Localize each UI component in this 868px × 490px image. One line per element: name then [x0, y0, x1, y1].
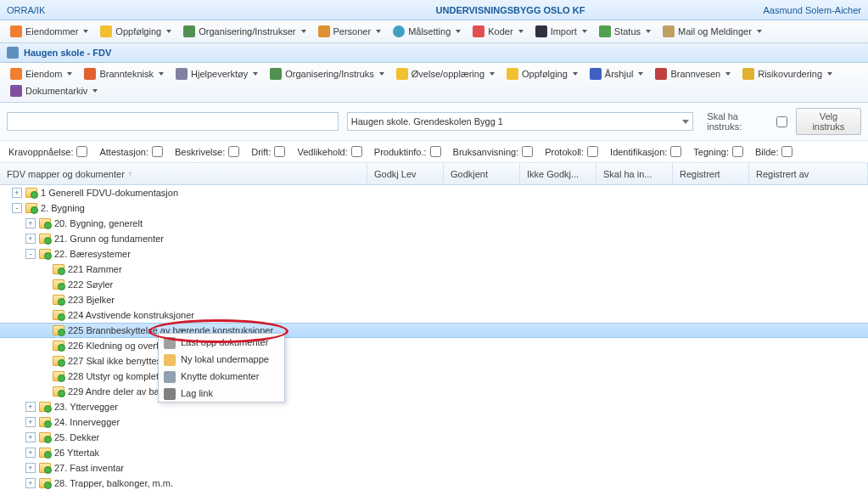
- search-input[interactable]: [7, 112, 339, 131]
- expander-icon[interactable]: +: [25, 432, 36, 442]
- col-registrert-av[interactable]: Registrert av: [749, 163, 868, 184]
- main-menu-item[interactable]: Mail og Meldinger: [658, 24, 767, 39]
- menu-icon: [318, 25, 330, 37]
- context-menu-item[interactable]: Last opp dokumenter: [159, 334, 284, 351]
- org-title: UNDERVISNINGSBYGG OSLO KF: [329, 5, 692, 15]
- tree-label: 224 Avstivende konstruksjoner: [68, 310, 194, 320]
- sub-menu-item[interactable]: Årshjul: [585, 66, 649, 82]
- expander-icon[interactable]: +: [25, 402, 36, 412]
- checkbox-filter-row: Kravoppnåelse: Attestasjon: Beskrivelse:…: [0, 141, 868, 163]
- filter-checkbox-label[interactable]: Beskrivelse:: [175, 146, 239, 157]
- filter-checkbox-label[interactable]: Identifikasjon:: [610, 146, 681, 157]
- col-ikke-godkj[interactable]: Ikke Godkj...: [520, 163, 596, 184]
- filter-checkbox[interactable]: [76, 146, 87, 157]
- tree-row[interactable]: +24. Innervegger: [0, 414, 868, 430]
- tree-row[interactable]: -22. Bæresystemer: [0, 246, 868, 262]
- velg-instruks-button[interactable]: Velg instruks: [796, 108, 861, 135]
- filter-checkbox-label[interactable]: Attestasjon:: [99, 146, 162, 157]
- context-menu-item[interactable]: Knytte dokumenter: [159, 368, 284, 385]
- main-menu-item[interactable]: Koder: [468, 24, 528, 39]
- filter-checkbox[interactable]: [228, 146, 239, 157]
- tree-row[interactable]: +21. Grunn og fundamenter: [0, 231, 868, 246]
- tree-row[interactable]: 222 Søyler: [0, 277, 868, 292]
- filter-checkbox-label[interactable]: Protokoll:: [545, 146, 598, 157]
- tree-row[interactable]: 228 Utstyr og kompleteringer: [0, 369, 868, 384]
- tree-row[interactable]: 226 Kledning og overflate: [0, 338, 868, 353]
- sub-menu-item[interactable]: Oppfølging: [501, 66, 583, 82]
- sub-menu-item[interactable]: Dokumentarkiv: [5, 83, 103, 99]
- filter-checkbox-label[interactable]: Vedlikehold:: [297, 146, 361, 157]
- col-name[interactable]: FDV mapper og dokumenter ↑: [0, 163, 367, 184]
- expander-icon[interactable]: +: [25, 218, 36, 228]
- menu-icon: [663, 25, 675, 37]
- tree-label: 26 Yttertak: [54, 448, 99, 458]
- main-menu-item[interactable]: Målsetting: [388, 24, 466, 39]
- tree-label: 222 Søyler: [68, 279, 113, 290]
- col-registrert[interactable]: Registrert: [673, 163, 749, 184]
- expander-icon[interactable]: -: [25, 249, 36, 259]
- expander-icon[interactable]: +: [12, 188, 22, 198]
- tree-row[interactable]: +28. Trapper, balkonger, m.m.: [0, 476, 868, 490]
- filter-checkbox[interactable]: [670, 146, 681, 157]
- menu-icon: [164, 388, 176, 400]
- tree-row[interactable]: +27. Fast inventar: [0, 460, 868, 476]
- tree-row[interactable]: 224 Avstivende konstruksjoner: [0, 307, 868, 323]
- filter-checkbox-label[interactable]: Bruksanvisning:: [453, 146, 534, 157]
- filter-checkbox-label[interactable]: Drift:: [251, 146, 285, 157]
- tree-row[interactable]: 227 Skal ikke benyttes: [0, 353, 868, 369]
- context-menu-item[interactable]: Ny lokal undermappe: [159, 351, 284, 368]
- menu-icon: [100, 25, 112, 37]
- filter-checkbox[interactable]: [522, 146, 533, 157]
- tree-row[interactable]: +20. Bygning, generelt: [0, 216, 868, 231]
- tree-row[interactable]: +23. Yttervegger: [0, 399, 868, 414]
- sub-menu-item[interactable]: Brannvesen: [650, 66, 736, 82]
- main-menu-item[interactable]: Import: [530, 24, 592, 39]
- sub-menu-item[interactable]: Eiendom: [5, 66, 77, 82]
- filter-checkbox-label[interactable]: Bilde:: [755, 146, 793, 157]
- menu-icon: [183, 25, 195, 37]
- col-skal-ha[interactable]: Skal ha in...: [596, 163, 673, 184]
- main-menu-item[interactable]: Status: [594, 24, 656, 39]
- filter-checkbox[interactable]: [152, 146, 163, 157]
- filter-checkbox[interactable]: [587, 146, 598, 157]
- sub-menu-item[interactable]: Øvelse/opplæring: [391, 66, 500, 82]
- main-menu-item[interactable]: Oppfølging: [95, 24, 176, 39]
- expander-icon[interactable]: +: [25, 234, 36, 244]
- sub-menu-item[interactable]: Risikovurdering: [737, 66, 837, 82]
- expander-icon[interactable]: +: [25, 417, 36, 427]
- main-menu-item[interactable]: Organisering/Instrukser: [178, 24, 311, 39]
- expander-icon[interactable]: -: [12, 203, 22, 213]
- filter-checkbox[interactable]: [274, 146, 285, 157]
- tree-row[interactable]: +26 Yttertak: [0, 445, 868, 460]
- tree-row[interactable]: 229 Andre deler av bæresystem: [0, 384, 868, 399]
- tree-row[interactable]: -2. Bygning: [0, 200, 868, 216]
- filter-checkbox[interactable]: [430, 146, 441, 157]
- context-menu-item[interactable]: Lag link: [159, 385, 284, 402]
- filter-checkbox[interactable]: [732, 146, 743, 157]
- filter-checkbox-label[interactable]: Produktinfo.:: [374, 146, 441, 157]
- tree-row[interactable]: 225 Brannbeskyttelse av bærende konstruk…: [0, 323, 868, 338]
- expander-icon[interactable]: +: [25, 448, 36, 458]
- folder-icon: [39, 402, 51, 412]
- col-godkjent[interactable]: Godkjent: [444, 163, 520, 184]
- filter-checkbox[interactable]: [781, 146, 792, 157]
- building-combo[interactable]: Haugen skole. Grendeskolen Bygg 1: [347, 112, 694, 131]
- tree-row[interactable]: +1 Generell FDVU-dokumentasjon: [0, 185, 868, 200]
- skal-ha-checkbox[interactable]: [776, 116, 787, 127]
- sub-menu-item[interactable]: Organisering/Instruks: [265, 66, 389, 82]
- folder-icon: [53, 371, 64, 381]
- tree-row[interactable]: 223 Bjelker: [0, 292, 868, 307]
- tree-row[interactable]: +25. Dekker: [0, 430, 868, 445]
- expander-icon[interactable]: +: [25, 478, 36, 488]
- filter-checkbox-label[interactable]: Kravoppnåelse:: [8, 146, 87, 157]
- tree-row[interactable]: 221 Rammer: [0, 262, 868, 277]
- filter-checkbox[interactable]: [351, 146, 362, 157]
- user-name[interactable]: Aasmund Solem-Aicher: [692, 5, 861, 15]
- main-menu-item[interactable]: Personer: [313, 24, 387, 39]
- filter-checkbox-label[interactable]: Tegning:: [693, 146, 743, 157]
- col-godkj-lev[interactable]: Godkj Lev: [367, 163, 444, 184]
- sub-menu-item[interactable]: Hjelpeverktøy: [171, 66, 263, 82]
- sub-menu-item[interactable]: Brannteknisk: [79, 66, 169, 82]
- expander-icon[interactable]: +: [25, 463, 36, 473]
- main-menu-item[interactable]: Eiendommer: [5, 24, 93, 39]
